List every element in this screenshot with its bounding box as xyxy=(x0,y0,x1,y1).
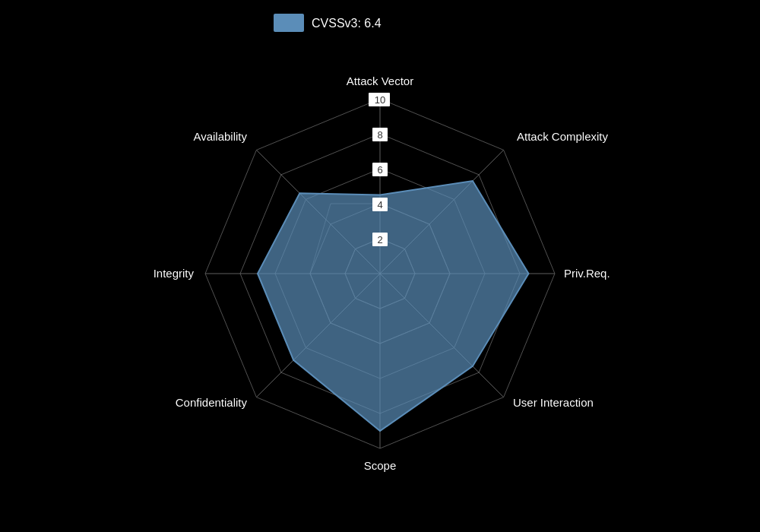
label-availability: Availability xyxy=(193,130,247,143)
label-user-interaction: User Interaction xyxy=(513,396,594,409)
legend-label: CVSSv3: 6.4 xyxy=(312,17,382,30)
label-integrity: Integrity xyxy=(154,267,195,280)
chart-container: CVSSv3: 6.4 xyxy=(0,0,760,532)
label-attack-vector: Attack Vector xyxy=(347,74,413,87)
label-confidentiality: Confidentiality xyxy=(176,396,248,409)
label-priv-req: Priv.Req. xyxy=(564,267,610,280)
tick-label-4: 4 xyxy=(377,199,382,211)
tick-label-6: 6 xyxy=(377,164,382,176)
label-attack-complexity: Attack Complexity xyxy=(517,130,609,143)
tick-label-8: 8 xyxy=(377,129,382,141)
legend-color-box xyxy=(274,14,304,32)
label-scope: Scope xyxy=(364,459,397,472)
tick-label-2: 2 xyxy=(377,234,382,245)
tick-label-10: 10 xyxy=(375,94,385,106)
